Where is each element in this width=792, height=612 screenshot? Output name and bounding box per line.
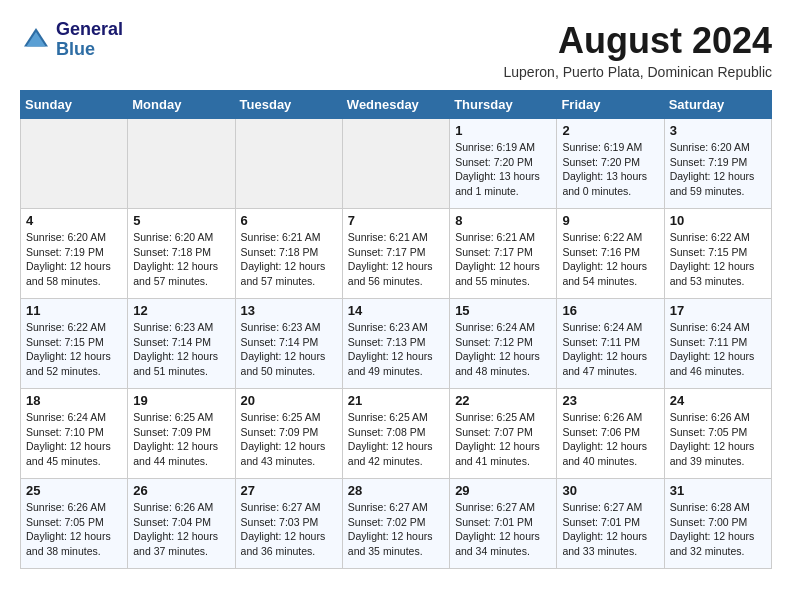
day-number: 12 — [133, 303, 229, 318]
day-number: 27 — [241, 483, 337, 498]
calendar-cell: 27Sunrise: 6:27 AM Sunset: 7:03 PM Dayli… — [235, 479, 342, 569]
calendar-cell: 14Sunrise: 6:23 AM Sunset: 7:13 PM Dayli… — [342, 299, 449, 389]
calendar-cell: 1Sunrise: 6:19 AM Sunset: 7:20 PM Daylig… — [450, 119, 557, 209]
day-info: Sunrise: 6:26 AM Sunset: 7:06 PM Dayligh… — [562, 410, 658, 469]
calendar-cell: 24Sunrise: 6:26 AM Sunset: 7:05 PM Dayli… — [664, 389, 771, 479]
logo-line1: General — [56, 20, 123, 40]
day-info: Sunrise: 6:22 AM Sunset: 7:16 PM Dayligh… — [562, 230, 658, 289]
calendar-cell: 17Sunrise: 6:24 AM Sunset: 7:11 PM Dayli… — [664, 299, 771, 389]
day-info: Sunrise: 6:27 AM Sunset: 7:03 PM Dayligh… — [241, 500, 337, 559]
day-info: Sunrise: 6:24 AM Sunset: 7:11 PM Dayligh… — [562, 320, 658, 379]
week-row-3: 18Sunrise: 6:24 AM Sunset: 7:10 PM Dayli… — [21, 389, 772, 479]
calendar-cell: 11Sunrise: 6:22 AM Sunset: 7:15 PM Dayli… — [21, 299, 128, 389]
calendar-body: 1Sunrise: 6:19 AM Sunset: 7:20 PM Daylig… — [21, 119, 772, 569]
calendar-header: SundayMondayTuesdayWednesdayThursdayFrid… — [21, 91, 772, 119]
day-number: 20 — [241, 393, 337, 408]
calendar-cell: 23Sunrise: 6:26 AM Sunset: 7:06 PM Dayli… — [557, 389, 664, 479]
day-info: Sunrise: 6:20 AM Sunset: 7:19 PM Dayligh… — [26, 230, 122, 289]
day-number: 17 — [670, 303, 766, 318]
day-number: 3 — [670, 123, 766, 138]
calendar-cell: 28Sunrise: 6:27 AM Sunset: 7:02 PM Dayli… — [342, 479, 449, 569]
day-info: Sunrise: 6:24 AM Sunset: 7:11 PM Dayligh… — [670, 320, 766, 379]
day-info: Sunrise: 6:27 AM Sunset: 7:02 PM Dayligh… — [348, 500, 444, 559]
header-cell-wednesday: Wednesday — [342, 91, 449, 119]
day-info: Sunrise: 6:20 AM Sunset: 7:18 PM Dayligh… — [133, 230, 229, 289]
week-row-0: 1Sunrise: 6:19 AM Sunset: 7:20 PM Daylig… — [21, 119, 772, 209]
day-number: 31 — [670, 483, 766, 498]
day-number: 29 — [455, 483, 551, 498]
calendar-cell: 18Sunrise: 6:24 AM Sunset: 7:10 PM Dayli… — [21, 389, 128, 479]
calendar-cell: 6Sunrise: 6:21 AM Sunset: 7:18 PM Daylig… — [235, 209, 342, 299]
day-info: Sunrise: 6:19 AM Sunset: 7:20 PM Dayligh… — [455, 140, 551, 199]
day-number: 2 — [562, 123, 658, 138]
calendar-cell: 21Sunrise: 6:25 AM Sunset: 7:08 PM Dayli… — [342, 389, 449, 479]
calendar-cell: 7Sunrise: 6:21 AM Sunset: 7:17 PM Daylig… — [342, 209, 449, 299]
day-info: Sunrise: 6:23 AM Sunset: 7:14 PM Dayligh… — [133, 320, 229, 379]
day-info: Sunrise: 6:26 AM Sunset: 7:04 PM Dayligh… — [133, 500, 229, 559]
calendar-cell: 29Sunrise: 6:27 AM Sunset: 7:01 PM Dayli… — [450, 479, 557, 569]
location: Luperon, Puerto Plata, Dominican Republi… — [504, 64, 773, 80]
calendar-cell: 20Sunrise: 6:25 AM Sunset: 7:09 PM Dayli… — [235, 389, 342, 479]
calendar-cell: 2Sunrise: 6:19 AM Sunset: 7:20 PM Daylig… — [557, 119, 664, 209]
day-info: Sunrise: 6:26 AM Sunset: 7:05 PM Dayligh… — [670, 410, 766, 469]
day-number: 23 — [562, 393, 658, 408]
calendar-cell: 15Sunrise: 6:24 AM Sunset: 7:12 PM Dayli… — [450, 299, 557, 389]
day-info: Sunrise: 6:19 AM Sunset: 7:20 PM Dayligh… — [562, 140, 658, 199]
day-number: 18 — [26, 393, 122, 408]
day-info: Sunrise: 6:25 AM Sunset: 7:08 PM Dayligh… — [348, 410, 444, 469]
day-info: Sunrise: 6:25 AM Sunset: 7:09 PM Dayligh… — [133, 410, 229, 469]
calendar-cell — [342, 119, 449, 209]
calendar-cell: 10Sunrise: 6:22 AM Sunset: 7:15 PM Dayli… — [664, 209, 771, 299]
day-info: Sunrise: 6:24 AM Sunset: 7:10 PM Dayligh… — [26, 410, 122, 469]
day-info: Sunrise: 6:27 AM Sunset: 7:01 PM Dayligh… — [562, 500, 658, 559]
calendar-cell: 3Sunrise: 6:20 AM Sunset: 7:19 PM Daylig… — [664, 119, 771, 209]
day-number: 26 — [133, 483, 229, 498]
logo-text: General Blue — [56, 20, 123, 60]
header-cell-monday: Monday — [128, 91, 235, 119]
calendar-cell: 31Sunrise: 6:28 AM Sunset: 7:00 PM Dayli… — [664, 479, 771, 569]
calendar-cell: 16Sunrise: 6:24 AM Sunset: 7:11 PM Dayli… — [557, 299, 664, 389]
day-info: Sunrise: 6:22 AM Sunset: 7:15 PM Dayligh… — [26, 320, 122, 379]
calendar-cell — [128, 119, 235, 209]
logo-line2: Blue — [56, 40, 123, 60]
day-info: Sunrise: 6:21 AM Sunset: 7:17 PM Dayligh… — [455, 230, 551, 289]
day-number: 30 — [562, 483, 658, 498]
day-number: 11 — [26, 303, 122, 318]
day-number: 24 — [670, 393, 766, 408]
day-number: 13 — [241, 303, 337, 318]
calendar-cell: 12Sunrise: 6:23 AM Sunset: 7:14 PM Dayli… — [128, 299, 235, 389]
day-info: Sunrise: 6:23 AM Sunset: 7:14 PM Dayligh… — [241, 320, 337, 379]
day-number: 22 — [455, 393, 551, 408]
calendar-cell: 26Sunrise: 6:26 AM Sunset: 7:04 PM Dayli… — [128, 479, 235, 569]
logo-icon — [20, 24, 52, 56]
day-info: Sunrise: 6:26 AM Sunset: 7:05 PM Dayligh… — [26, 500, 122, 559]
month-year: August 2024 — [504, 20, 773, 62]
week-row-4: 25Sunrise: 6:26 AM Sunset: 7:05 PM Dayli… — [21, 479, 772, 569]
day-number: 14 — [348, 303, 444, 318]
day-number: 16 — [562, 303, 658, 318]
calendar-cell: 30Sunrise: 6:27 AM Sunset: 7:01 PM Dayli… — [557, 479, 664, 569]
day-number: 19 — [133, 393, 229, 408]
week-row-1: 4Sunrise: 6:20 AM Sunset: 7:19 PM Daylig… — [21, 209, 772, 299]
day-info: Sunrise: 6:25 AM Sunset: 7:07 PM Dayligh… — [455, 410, 551, 469]
week-row-2: 11Sunrise: 6:22 AM Sunset: 7:15 PM Dayli… — [21, 299, 772, 389]
header-row: SundayMondayTuesdayWednesdayThursdayFrid… — [21, 91, 772, 119]
day-number: 15 — [455, 303, 551, 318]
day-number: 25 — [26, 483, 122, 498]
header-cell-saturday: Saturday — [664, 91, 771, 119]
header-cell-friday: Friday — [557, 91, 664, 119]
page-header: General Blue August 2024 Luperon, Puerto… — [20, 20, 772, 80]
calendar-cell: 9Sunrise: 6:22 AM Sunset: 7:16 PM Daylig… — [557, 209, 664, 299]
day-number: 28 — [348, 483, 444, 498]
calendar-cell: 4Sunrise: 6:20 AM Sunset: 7:19 PM Daylig… — [21, 209, 128, 299]
title-section: August 2024 Luperon, Puerto Plata, Domin… — [504, 20, 773, 80]
day-number: 10 — [670, 213, 766, 228]
day-info: Sunrise: 6:21 AM Sunset: 7:17 PM Dayligh… — [348, 230, 444, 289]
day-info: Sunrise: 6:25 AM Sunset: 7:09 PM Dayligh… — [241, 410, 337, 469]
day-number: 6 — [241, 213, 337, 228]
calendar-cell: 8Sunrise: 6:21 AM Sunset: 7:17 PM Daylig… — [450, 209, 557, 299]
day-info: Sunrise: 6:23 AM Sunset: 7:13 PM Dayligh… — [348, 320, 444, 379]
day-info: Sunrise: 6:21 AM Sunset: 7:18 PM Dayligh… — [241, 230, 337, 289]
calendar-cell — [21, 119, 128, 209]
day-info: Sunrise: 6:24 AM Sunset: 7:12 PM Dayligh… — [455, 320, 551, 379]
